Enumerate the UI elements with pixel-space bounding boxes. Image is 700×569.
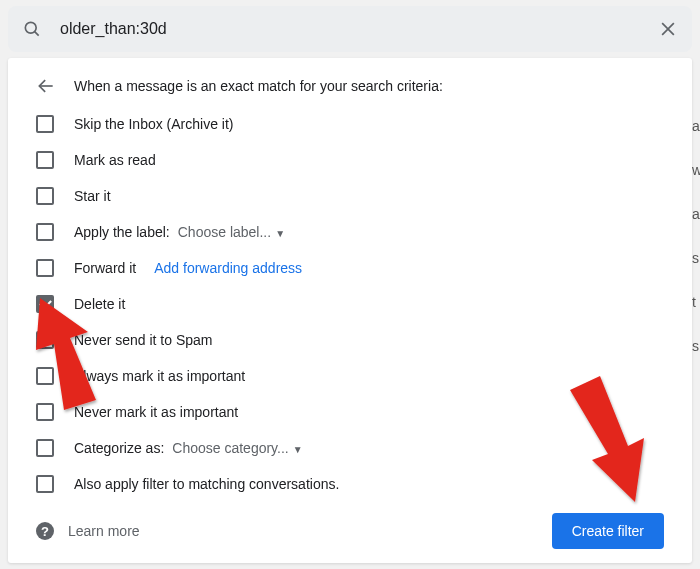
option-label: Skip the Inbox (Archive it) bbox=[74, 116, 234, 132]
option-always-important: Always mark it as important bbox=[28, 358, 672, 394]
option-star: Star it bbox=[28, 178, 672, 214]
create-filter-button[interactable]: Create filter bbox=[552, 513, 664, 549]
chevron-down-icon: ▼ bbox=[293, 444, 303, 455]
filter-panel: When a message is an exact match for you… bbox=[8, 58, 692, 563]
label-dropdown[interactable]: Choose label...▼ bbox=[178, 224, 285, 240]
checkbox-never-important[interactable] bbox=[36, 403, 54, 421]
close-icon[interactable] bbox=[658, 19, 678, 39]
svg-point-0 bbox=[25, 22, 36, 33]
checkbox-star[interactable] bbox=[36, 187, 54, 205]
learn-more-link[interactable]: Learn more bbox=[68, 523, 140, 539]
svg-line-1 bbox=[35, 32, 39, 36]
option-categorize: Categorize as: Choose category...▼ bbox=[28, 430, 672, 466]
add-forwarding-link[interactable]: Add forwarding address bbox=[154, 260, 302, 276]
option-forward: Forward it Add forwarding address bbox=[28, 250, 672, 286]
option-label: Apply the label: Choose label...▼ bbox=[74, 224, 285, 240]
checkbox-apply-label[interactable] bbox=[36, 223, 54, 241]
option-label: Delete it bbox=[74, 296, 125, 312]
search-icon[interactable] bbox=[22, 19, 42, 39]
checkbox-skip-inbox[interactable] bbox=[36, 115, 54, 133]
checkbox-categorize[interactable] bbox=[36, 439, 54, 457]
category-dropdown[interactable]: Choose category...▼ bbox=[172, 440, 302, 456]
option-label: Never send it to Spam bbox=[74, 332, 213, 348]
checkbox-always-important[interactable] bbox=[36, 367, 54, 385]
help-icon[interactable]: ? bbox=[36, 522, 54, 540]
panel-title: When a message is an exact match for you… bbox=[74, 78, 443, 94]
option-label: Star it bbox=[74, 188, 111, 204]
option-skip-inbox: Skip the Inbox (Archive it) bbox=[28, 106, 672, 142]
checkbox-forward[interactable] bbox=[36, 259, 54, 277]
option-label: Always mark it as important bbox=[74, 368, 245, 384]
option-apply-label: Apply the label: Choose label...▼ bbox=[28, 214, 672, 250]
search-bar bbox=[8, 6, 692, 52]
option-label: Forward it Add forwarding address bbox=[74, 260, 302, 276]
checkbox-apply-existing[interactable] bbox=[36, 475, 54, 493]
option-mark-read: Mark as read bbox=[28, 142, 672, 178]
back-arrow-icon[interactable] bbox=[36, 76, 56, 96]
panel-footer: ? Learn more Create filter bbox=[8, 513, 692, 549]
option-delete: Delete it bbox=[28, 286, 672, 322]
option-never-spam: Never send it to Spam bbox=[28, 322, 672, 358]
option-label: Categorize as: Choose category...▼ bbox=[74, 440, 303, 456]
option-label: Mark as read bbox=[74, 152, 156, 168]
background-text: a w a s t s bbox=[692, 118, 700, 354]
option-label: Never mark it as important bbox=[74, 404, 238, 420]
checkbox-mark-read[interactable] bbox=[36, 151, 54, 169]
checkbox-delete[interactable] bbox=[36, 295, 54, 313]
option-label: Also apply filter to matching conversati… bbox=[74, 476, 339, 492]
search-input[interactable] bbox=[60, 20, 658, 38]
checkbox-never-spam[interactable] bbox=[36, 331, 54, 349]
chevron-down-icon: ▼ bbox=[275, 228, 285, 239]
option-apply-existing: Also apply filter to matching conversati… bbox=[28, 466, 672, 502]
panel-header: When a message is an exact match for you… bbox=[28, 58, 672, 106]
option-never-important: Never mark it as important bbox=[28, 394, 672, 430]
